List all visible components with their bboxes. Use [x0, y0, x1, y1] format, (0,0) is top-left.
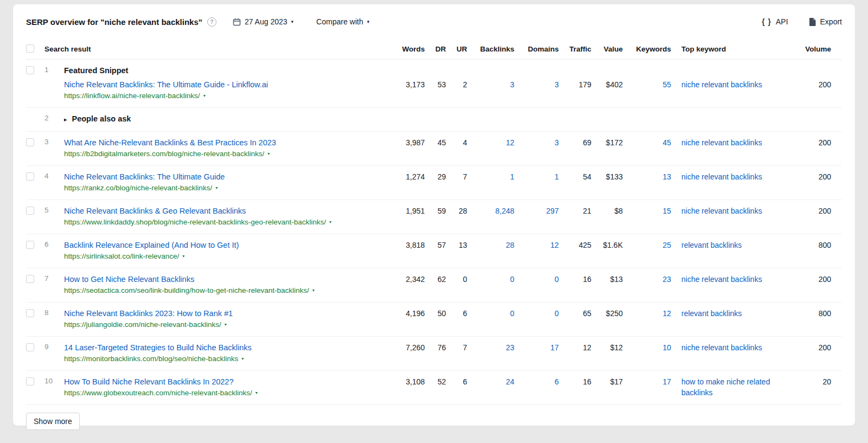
ur-cell: 7 — [446, 166, 467, 182]
result-title-link[interactable]: Backlink Relevance Explained (And How to… — [64, 240, 239, 251]
row-checkbox[interactable] — [26, 309, 34, 317]
table-row: 8Niche Relevant Backlinks 2023: How to R… — [26, 302, 842, 336]
result-url-link[interactable]: https://b2bdigitalmarketers.com/blog/nic… — [64, 149, 264, 159]
domains-link[interactable]: 6 — [514, 371, 559, 387]
result-title-link[interactable]: How to Get Niche Relevant Backlinks — [64, 274, 194, 285]
keywords-link[interactable]: 45 — [623, 132, 671, 148]
column-header-volume: Volume — [799, 45, 842, 53]
api-label: API — [776, 17, 788, 26]
url-dropdown-icon[interactable]: ▾ — [329, 217, 331, 227]
domains-link[interactable]: 1 — [514, 166, 559, 182]
keywords-link[interactable]: 13 — [623, 166, 671, 182]
backlinks-link[interactable]: 12 — [467, 132, 514, 148]
url-dropdown-icon[interactable]: ▾ — [267, 149, 270, 159]
people-also-ask-toggle[interactable]: ▸People also ask — [64, 113, 368, 125]
result-url-link[interactable]: https://www.linkdaddy.shop/blog/niche-re… — [64, 217, 326, 227]
top-keyword-link[interactable]: relevant backlinks — [681, 241, 742, 249]
keywords-link[interactable]: 17 — [623, 371, 671, 387]
row-checkbox[interactable] — [26, 66, 34, 74]
table-row: 1Featured SnippetNiche Relevant Backlink… — [26, 60, 842, 107]
keywords-link[interactable]: 25 — [623, 234, 671, 251]
result-url-link[interactable]: https://www.globexoutreach.com/niche-rel… — [64, 388, 252, 398]
checkbox-cell — [26, 132, 44, 148]
top-keyword-link[interactable]: niche relevant backlinks — [681, 275, 762, 284]
backlinks-link[interactable]: 1 — [467, 166, 514, 182]
result-url-link[interactable]: https://juliangoldie.com/niche-relevant-… — [64, 320, 221, 330]
domains-link[interactable]: 0 — [514, 303, 559, 319]
keywords-link[interactable]: 15 — [623, 200, 671, 216]
result-title-link[interactable]: Niche Relevant Backlinks & Geo Relevant … — [64, 206, 246, 216]
top-keyword-link[interactable]: niche relevant backlinks — [681, 207, 762, 215]
keywords-link[interactable]: 55 — [623, 60, 671, 90]
select-all-checkbox[interactable] — [26, 44, 34, 53]
result-title-link[interactable]: Niche Relevant Backlinks: The Ultimate G… — [64, 79, 268, 90]
result-title-link[interactable]: Niche Relevant Backlinks: The Ultimate G… — [64, 171, 225, 182]
url-dropdown-icon[interactable]: ▾ — [182, 252, 184, 261]
top-keyword-link[interactable]: niche relevant backlinks — [681, 343, 762, 352]
traffic-cell: 21 — [559, 200, 591, 216]
show-more-button[interactable]: Show more — [26, 413, 80, 430]
row-checkbox[interactable] — [26, 377, 34, 386]
url-dropdown-icon[interactable]: ▾ — [225, 320, 227, 330]
result-title-link[interactable]: How To Build Niche Relevant Backlinks In… — [64, 376, 233, 387]
result-title-link[interactable]: What Are Niche-Relevant Backlinks & Best… — [64, 137, 276, 148]
people-also-ask-label: People also ask — [72, 113, 131, 124]
url-dropdown-icon[interactable]: ▾ — [215, 183, 218, 193]
top-keyword-link[interactable]: how to make niche related backlinks — [681, 377, 770, 397]
result-url-link[interactable]: https://seotactica.com/seo/link-building… — [64, 286, 309, 296]
backlinks-link[interactable]: 23 — [467, 337, 514, 353]
keywords-link[interactable]: 12 — [623, 303, 671, 319]
ur-cell: 6 — [446, 303, 467, 319]
row-checkbox[interactable] — [26, 207, 34, 215]
result-url-link[interactable]: https://rankz.co/blog/niche-relevant-bac… — [64, 183, 212, 193]
url-dropdown-icon[interactable]: ▾ — [256, 388, 258, 398]
keywords-link[interactable]: 23 — [623, 268, 671, 285]
backlinks-link[interactable]: 28 — [467, 234, 514, 251]
result-url-link[interactable]: https://sirlinksalot.co/link-relevance/ — [64, 252, 179, 261]
help-icon[interactable]: ? — [207, 17, 216, 27]
domains-link[interactable]: 3 — [514, 60, 559, 90]
row-checkbox[interactable] — [26, 343, 34, 351]
domains-link[interactable]: 0 — [514, 268, 559, 285]
result-url-link[interactable]: https://linkflow.ai/niche-relevant-backl… — [64, 91, 200, 101]
result-title-link[interactable]: 14 Laser-Targeted Strategies to Build Ni… — [64, 342, 252, 353]
date-label: 27 Aug 2023 — [245, 17, 288, 26]
traffic-cell: 179 — [559, 60, 591, 90]
domains-link[interactable]: 297 — [514, 200, 559, 216]
checkbox-cell — [26, 108, 44, 114]
top-keyword-link[interactable]: niche relevant backlinks — [681, 80, 762, 89]
date-picker[interactable]: 27 Aug 2023 ▾ — [233, 17, 293, 26]
row-checkbox[interactable] — [26, 138, 34, 146]
url-dropdown-icon[interactable]: ▾ — [203, 91, 206, 101]
search-result-cell: ▸People also ask — [64, 108, 381, 125]
row-checkbox[interactable] — [26, 275, 34, 283]
compare-with-dropdown[interactable]: Compare with ▾ — [316, 17, 369, 26]
url-dropdown-icon[interactable]: ▾ — [312, 286, 315, 296]
result-url-link[interactable]: https://monitorbacklinks.com/blog/seo/ni… — [64, 354, 238, 364]
backlinks-link[interactable]: 24 — [467, 371, 514, 387]
export-label: Export — [820, 17, 842, 26]
export-button[interactable]: Export — [809, 17, 842, 26]
result-url-line: https://monitorbacklinks.com/blog/seo/ni… — [64, 354, 368, 364]
backlinks-link[interactable]: 3 — [467, 60, 514, 90]
row-checkbox[interactable] — [26, 241, 34, 249]
value-cell: $250 — [591, 303, 623, 319]
domains-link[interactable]: 17 — [514, 337, 559, 353]
result-url-line: https://juliangoldie.com/niche-relevant-… — [64, 320, 368, 330]
domains-link[interactable]: 3 — [514, 132, 559, 148]
top-keyword-link[interactable]: niche relevant backlinks — [681, 172, 762, 181]
value-cell: $172 — [591, 132, 623, 148]
volume-cell: 20 — [799, 371, 842, 387]
domains-link[interactable]: 12 — [514, 234, 559, 251]
backlinks-link[interactable]: 8,248 — [467, 200, 514, 216]
row-checkbox[interactable] — [26, 172, 34, 181]
top-keyword-link[interactable]: niche relevant backlinks — [681, 138, 762, 147]
backlinks-link[interactable]: 0 — [467, 303, 514, 319]
top-keyword-link[interactable]: relevant backlinks — [681, 309, 742, 318]
keywords-link[interactable]: 10 — [623, 337, 671, 353]
backlinks-link[interactable]: 0 — [467, 268, 514, 285]
row-number: 6 — [44, 234, 64, 248]
api-button[interactable]: { } API — [762, 17, 788, 26]
result-title-link[interactable]: Niche Relevant Backlinks 2023: How to Ra… — [64, 308, 233, 319]
url-dropdown-icon[interactable]: ▾ — [241, 354, 244, 364]
